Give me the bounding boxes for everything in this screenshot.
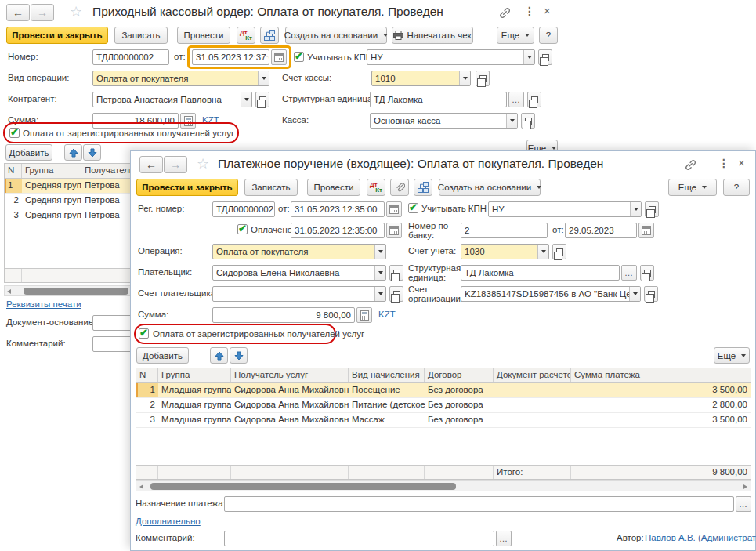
dropdown-arrow-icon[interactable] bbox=[374, 287, 385, 301]
forward-button[interactable]: → bbox=[164, 156, 187, 173]
cash-account-open-button[interactable] bbox=[476, 71, 490, 86]
scroll-left-icon[interactable] bbox=[139, 484, 143, 489]
purpose-choose-button[interactable]: … bbox=[736, 496, 751, 512]
structural-unit-choose-button[interactable]: … bbox=[508, 92, 524, 107]
dropdown-arrow-icon[interactable] bbox=[241, 92, 251, 107]
move-down-button[interactable] bbox=[230, 347, 248, 364]
comment-input[interactable] bbox=[224, 531, 494, 546]
calendar-button[interactable] bbox=[638, 223, 654, 238]
dropdown-arrow-icon[interactable] bbox=[506, 114, 517, 128]
close-icon[interactable]: × bbox=[544, 4, 551, 17]
payer-account-open-button[interactable] bbox=[389, 286, 403, 302]
col-group[interactable]: Группа bbox=[158, 368, 231, 382]
account-open-button[interactable] bbox=[552, 244, 566, 259]
kpn-checkbox[interactable] bbox=[294, 52, 304, 62]
help-button[interactable]: ? bbox=[539, 27, 558, 44]
more-menu-icon[interactable]: ⋮ bbox=[524, 5, 535, 17]
create-based-on-button[interactable]: Создать на основании bbox=[285, 27, 387, 44]
dropdown-arrow-icon[interactable] bbox=[630, 202, 641, 216]
post-and-close-button[interactable]: Провести и закрыть bbox=[6, 27, 108, 44]
move-up-button[interactable] bbox=[64, 144, 82, 161]
scrollbar-thumb[interactable] bbox=[150, 483, 456, 490]
doc-base-input[interactable] bbox=[92, 315, 132, 331]
kpn-select[interactable]: НУ bbox=[488, 201, 642, 217]
calendar-button[interactable] bbox=[271, 49, 287, 65]
table-hscrollbar[interactable] bbox=[4, 285, 131, 296]
cashbox-open-button[interactable] bbox=[521, 113, 535, 129]
contractor-open-button[interactable] bbox=[255, 92, 269, 107]
col-n[interactable]: N bbox=[136, 368, 158, 382]
table-row[interactable]: 3 Средняя группа Петрова bbox=[5, 208, 130, 223]
move-down-button[interactable] bbox=[83, 144, 101, 161]
scroll-right-icon[interactable] bbox=[743, 484, 747, 489]
dropdown-arrow-icon[interactable] bbox=[258, 71, 269, 85]
back-button[interactable]: ← bbox=[6, 4, 30, 21]
post-button[interactable]: Провести bbox=[307, 179, 360, 196]
payer-open-button[interactable] bbox=[389, 265, 403, 281]
favorite-star-icon[interactable]: ☆ bbox=[70, 3, 82, 20]
move-up-button[interactable] bbox=[210, 347, 228, 364]
document-structure-button[interactable] bbox=[260, 27, 279, 44]
close-icon[interactable]: × bbox=[738, 156, 745, 169]
currency-link[interactable]: KZT bbox=[378, 310, 396, 319]
structural-unit-input[interactable]: ТД Лакомка bbox=[461, 265, 620, 281]
registered-recipients-checkbox[interactable] bbox=[9, 128, 20, 138]
org-account-select[interactable]: KZ18385147SD15987456 в АО "Банк Центр bbox=[461, 286, 641, 302]
structural-unit-choose-button[interactable]: … bbox=[621, 265, 637, 281]
amount-input[interactable]: 9 800,00 bbox=[212, 307, 355, 323]
scrollbar-thumb[interactable] bbox=[24, 288, 128, 295]
table-row[interactable]: 2 Младшая группа Сидорова Анна Михайловн… bbox=[136, 398, 751, 413]
col-recipient[interactable]: Получатель услуг bbox=[231, 368, 349, 382]
structural-unit-input[interactable]: ТД Лакомка bbox=[370, 92, 507, 107]
date-input[interactable]: 31.05.2023 12:37:00 bbox=[192, 49, 269, 65]
dropdown-arrow-icon[interactable] bbox=[523, 50, 534, 64]
col-n[interactable]: N bbox=[5, 164, 22, 178]
date-input[interactable]: 31.05.2023 12:35:00 bbox=[291, 201, 385, 217]
forward-button[interactable]: → bbox=[31, 4, 54, 21]
author-link[interactable]: Павлов А.В. (Администратор) bbox=[645, 533, 756, 542]
post-button[interactable]: Провести bbox=[177, 27, 230, 44]
col-group[interactable]: Группа bbox=[22, 164, 81, 178]
add-row-button[interactable]: Добавить bbox=[136, 347, 189, 364]
structural-unit-open-button[interactable] bbox=[640, 265, 654, 281]
comment-input[interactable] bbox=[92, 336, 132, 352]
col-settlement-doc[interactable]: Документ расчетов bbox=[494, 368, 571, 382]
cash-account-select[interactable]: 1010 bbox=[371, 71, 471, 86]
dropdown-arrow-icon[interactable] bbox=[459, 71, 470, 85]
more-actions-button[interactable]: Еще bbox=[668, 179, 717, 196]
org-account-open-button[interactable] bbox=[644, 286, 658, 302]
dt-kt-button[interactable]: ДтКт bbox=[367, 179, 385, 196]
create-based-on-button[interactable]: Создать на основании bbox=[439, 179, 541, 196]
structural-unit-open-button[interactable] bbox=[527, 92, 541, 107]
comment-choose-button[interactable]: … bbox=[496, 531, 512, 546]
paid-checkbox[interactable] bbox=[237, 224, 248, 234]
dropdown-arrow-icon[interactable] bbox=[537, 245, 548, 259]
purpose-input[interactable] bbox=[224, 496, 734, 512]
reg-number-input[interactable]: ТДЛ00000002 bbox=[212, 201, 275, 217]
save-button[interactable]: Записать bbox=[244, 179, 298, 196]
dt-kt-button[interactable]: ДтКт bbox=[237, 27, 255, 44]
bank-number-input[interactable]: 2 bbox=[461, 223, 548, 238]
print-check-button[interactable]: Напечатать чек bbox=[392, 27, 473, 44]
save-button[interactable]: Записать bbox=[114, 27, 168, 44]
kpn-open-button[interactable] bbox=[645, 201, 659, 217]
post-and-close-button[interactable]: Провести и закрыть bbox=[136, 179, 238, 196]
table-row[interactable]: 1 Младшая группа Сидорова Анна Михайловн… bbox=[136, 383, 751, 398]
paid-date-input[interactable]: 31.05.2023 12:35:00 bbox=[291, 223, 385, 238]
help-button[interactable]: ? bbox=[723, 179, 750, 196]
bank-date-input[interactable]: 29.05.2023 bbox=[565, 223, 637, 238]
document-structure-button[interactable] bbox=[414, 179, 432, 196]
table-row[interactable]: 1 Средняя группа Петрова bbox=[5, 179, 130, 194]
col-payment-amount[interactable]: Сумма платежа bbox=[571, 368, 751, 382]
get-link-icon[interactable] bbox=[684, 158, 697, 172]
table-row[interactable]: 2 Средняя группа Петрова bbox=[5, 194, 130, 208]
payer-select[interactable]: Сидорова Елена Николаевна bbox=[212, 265, 386, 281]
additional-link[interactable]: Дополнительно bbox=[136, 517, 201, 526]
attachments-button[interactable] bbox=[390, 179, 409, 196]
kpn-open-button[interactable] bbox=[538, 49, 552, 65]
number-input[interactable]: ТДЛ00000002 bbox=[92, 49, 169, 65]
registered-recipients-checkbox[interactable] bbox=[139, 328, 149, 339]
col-contract[interactable]: Договор bbox=[425, 368, 494, 382]
favorite-star-icon[interactable]: ☆ bbox=[197, 155, 209, 172]
dropdown-arrow-icon[interactable] bbox=[374, 245, 385, 259]
